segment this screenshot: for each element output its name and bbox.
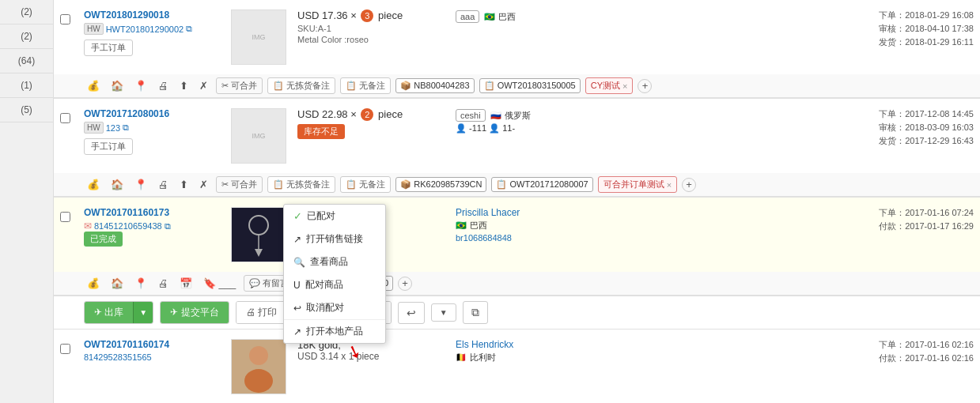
review-date-1: 审核：2018-04-10 17:38 — [614, 23, 974, 35]
ctx-open-sale-3[interactable]: ↗ 打开销售链接 — [284, 228, 385, 250]
metal-color-1: Metal Color :roseo — [297, 35, 443, 44]
sub-order-num-2[interactable]: 123 — [106, 123, 120, 133]
print-btn[interactable]: 🖨 打印 — [236, 302, 286, 323]
toolbar-close-1[interactable]: ✗ — [196, 78, 211, 93]
country-2: 🇷🇺 俄罗斯 — [490, 110, 531, 122]
toolbar-pin-3[interactable]: 📍 — [131, 276, 150, 291]
country-name-2: 俄罗斯 — [505, 110, 531, 122]
customer-col-2: ceshi 🇷🇺 俄罗斯 👤 -111 👤 11- — [449, 105, 607, 137]
datetime-col-2: 下单：2017-12-08 14:45 审核：2018-03-09 16:03 … — [607, 105, 980, 152]
checkbox-col-1 — [54, 6, 78, 33]
country-3: 🇧🇷 巴西 — [456, 220, 601, 232]
ctx-open-local-label-3: 打开本地产品 — [306, 325, 363, 338]
ctx-cancel-label-3: 取消配对 — [306, 301, 344, 314]
price-col-1: USD 17.36 × 3 piece SKU:A-1 Metal Color … — [291, 6, 449, 47]
order-checkbox-4[interactable] — [60, 344, 70, 354]
toolbar-money-3[interactable]: 💰 — [84, 276, 103, 291]
toolbar-money-1[interactable]: 💰 — [84, 78, 103, 93]
sidebar-count-1: (2) — [0, 0, 53, 24]
no-pick-note-2: 📋 无拣货备注 — [267, 176, 335, 193]
account1-val-2: -111 — [469, 123, 486, 133]
reply-btn[interactable]: ↩ — [398, 302, 425, 324]
add-tag-3[interactable]: + — [398, 277, 412, 291]
order-content-2: OWT201712080016 HW 123 ⧉ 手工订单 IMG USD 22… — [54, 99, 980, 173]
ctx-cancel-match-3[interactable]: ↩ 取消配对 — [284, 296, 385, 319]
ctx-match-product-3[interactable]: U 配对商品 — [284, 273, 385, 296]
flag-icon-4: 🇧🇪 — [456, 352, 467, 363]
datetime-col-1: 下单：2018-01-29 16:08 审核：2018-04-10 17:38 … — [607, 6, 980, 53]
account-nums-2: 👤 -111 👤 11- — [456, 123, 601, 134]
order-number-3[interactable]: OWT201701160173 — [84, 207, 221, 218]
sub-order-num-4[interactable]: 81429528351565 — [84, 352, 152, 362]
warehouse-btn[interactable]: ✈ 出库 — [85, 302, 133, 323]
copy-icon-3[interactable]: ⧉ — [165, 221, 171, 232]
review-date-2: 审核：2018-03-09 16:03 — [614, 122, 974, 134]
toolbar-close-2[interactable]: ✗ — [196, 177, 211, 192]
cy-tag-close-1[interactable]: × — [622, 81, 627, 91]
toolbar-print-2[interactable]: 🖨 — [155, 177, 172, 192]
toolbar-pin-1[interactable]: 📍 — [131, 78, 150, 93]
toolbar-bookmark-3[interactable]: 🔖 ___ — [200, 276, 239, 291]
order-content-4: OWT201701160174 81429528351565 18K gold,… — [54, 330, 980, 403]
sidebar-count-5: (5) — [0, 98, 53, 122]
submit-btn[interactable]: ✈ 提交平台 — [161, 302, 228, 323]
toolbar-home-1[interactable]: 🏠 — [108, 78, 127, 93]
copy-icon-2[interactable]: ⧉ — [123, 122, 129, 133]
ctx-open-sale-icon-3: ↗ — [293, 234, 301, 245]
customer-col-4: Els Hendrickx 🇧🇪 比利时 — [449, 336, 607, 367]
price-value-2: USD 22.98 — [297, 108, 348, 120]
copy-icon-1[interactable]: ⧉ — [186, 24, 192, 34]
copy-btn[interactable]: ⧉ — [463, 301, 488, 324]
customer-name-3: Priscilla Lhacer — [456, 207, 601, 218]
sub-order-1: HW HWT201801290002 ⧉ — [84, 23, 221, 35]
toolbar-money-2[interactable]: 💰 — [84, 177, 103, 192]
add-tag-2[interactable]: + — [682, 178, 696, 192]
ctx-open-local-3[interactable]: ↗ 打开本地产品 — [284, 320, 385, 343]
no-note-1: 📋 无备注 — [340, 77, 391, 94]
hw-icon-2: HW — [84, 122, 104, 134]
price-main-1: USD 17.36 × 3 piece — [297, 9, 443, 22]
qty-badge-1: 3 — [361, 9, 373, 22]
reply-dropdown-btn[interactable]: ▼ — [431, 303, 456, 322]
toolbar-print-3[interactable]: 🖨 — [155, 276, 172, 291]
country-1: 🇧🇷 巴西 — [484, 11, 516, 23]
order-checkbox-2[interactable] — [60, 113, 70, 123]
pay-date-3: 付款：2017-01-17 16:29 — [614, 220, 974, 232]
toolbar-home-2[interactable]: 🏠 — [108, 177, 127, 192]
order-content-1: OWT201801290018 HW HWT201801290002 ⧉ 手工订… — [54, 0, 980, 74]
customer-name-4: Els Hendrickx — [456, 339, 601, 350]
toolbar-pin-2[interactable]: 📍 — [131, 177, 150, 192]
toolbar-upload-1[interactable]: ⬆ — [176, 78, 191, 93]
add-tag-1[interactable]: + — [638, 79, 652, 93]
sub-order-num-1[interactable]: HWT201801290002 — [106, 24, 184, 34]
toolbar-print-1[interactable]: 🖨 — [155, 78, 172, 93]
toolbar-merge-2[interactable]: ✂ 可合并 — [216, 176, 263, 193]
toolbar-merge-1[interactable]: ✂ 可合并 — [216, 77, 263, 94]
product-img-2: IMG — [231, 108, 286, 164]
cy-tag-1: CY测试 × — [585, 77, 634, 94]
warehouse-dropdown-btn[interactable]: ▼ — [133, 302, 153, 323]
merge-test-close-2[interactable]: × — [667, 180, 672, 190]
unit-2: piece — [378, 108, 403, 120]
customer-tag-2: ceshi — [456, 109, 486, 122]
action-bar-3: ✈ 出库 ▼ ✈ 提交平台 🖨 打印 ▼ 查看订单 ▼ ↩ ▼ ⧉ — [54, 296, 980, 329]
left-sidebar: (2) (2) (64) (1) (5) — [0, 0, 54, 403]
context-menu-3: ✓ 已配对 ↗ 打开销售链接 🔍 查看商品 U 配对商品 — [283, 204, 386, 344]
order-checkbox-1[interactable] — [60, 14, 70, 24]
flag-icon-2: 🇷🇺 — [490, 111, 501, 121]
product-img-3[interactable] — [231, 207, 286, 262]
ctx-paired-3[interactable]: ✓ 已配对 — [284, 205, 385, 228]
order-number-4[interactable]: OWT201701160174 — [84, 339, 221, 350]
account2-2: 👤 — [489, 123, 500, 133]
order-number-2[interactable]: OWT201712080016 — [84, 108, 221, 119]
sub-order-num-3[interactable]: 81451210659438 — [94, 221, 162, 231]
toolbar-upload-2[interactable]: ⬆ — [176, 177, 191, 192]
ctx-match-label-3: 配对商品 — [305, 278, 343, 292]
toolbar-home-3[interactable]: 🏠 — [108, 276, 127, 291]
checkbox-col-3 — [54, 204, 78, 231]
order-checkbox-3[interactable] — [60, 212, 70, 222]
toolbar-calendar-3[interactable]: 📅 — [176, 276, 195, 291]
order-number-1[interactable]: OWT201801290018 — [84, 9, 221, 21]
country-4: 🇧🇪 比利时 — [456, 352, 601, 363]
ctx-view-product-3[interactable]: 🔍 查看商品 — [284, 250, 385, 273]
